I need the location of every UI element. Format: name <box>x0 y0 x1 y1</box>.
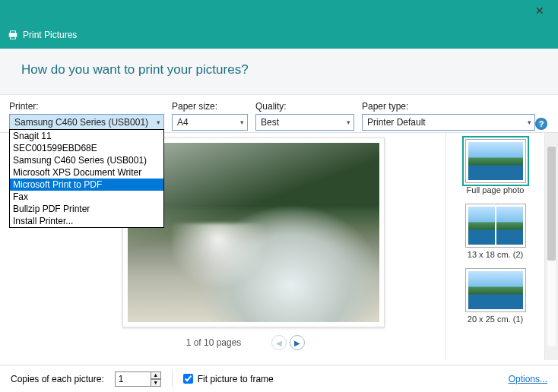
quality-label: Quality: <box>255 101 354 112</box>
printer-option[interactable]: Snagit 11 <box>10 130 163 142</box>
prompt-heading: How do you want to print your pictures? <box>0 49 558 95</box>
chevron-down-icon: ▾ <box>528 119 531 126</box>
printer-icon <box>8 30 18 40</box>
paper-size-combo[interactable]: A4 ▾ <box>172 114 248 131</box>
layout-label: Full page photo <box>467 185 525 194</box>
titlebar: ✕ <box>0 0 558 21</box>
fit-label-text: Fit picture to frame <box>198 374 274 384</box>
printer-option[interactable]: Install Printer... <box>10 215 163 227</box>
divider <box>172 371 173 387</box>
layout-label: 20 x 25 cm. (1) <box>468 315 523 324</box>
paper-size-label: Paper size: <box>172 101 248 112</box>
quality-value: Best <box>261 117 279 128</box>
layout-thumb <box>465 139 526 183</box>
layout-label: 13 x 18 cm. (2) <box>468 250 523 259</box>
copies-input[interactable] <box>115 371 151 387</box>
printer-option[interactable]: Fax <box>10 191 163 203</box>
layout-option[interactable]: Full page photo <box>465 139 526 194</box>
paper-type-combo[interactable]: Printer Default ▾ <box>362 114 535 131</box>
preview-photo <box>128 143 379 322</box>
printer-combo-value: Samsung C460 Series (USB001) <box>14 117 148 128</box>
printer-dropdown[interactable]: Snagit 11SEC001599EBD68ESamsung C460 Ser… <box>9 129 164 228</box>
printer-option[interactable]: Microsoft Print to PDF <box>10 179 163 191</box>
next-page-button[interactable]: ▶ <box>290 335 305 350</box>
layout-option[interactable]: 20 x 25 cm. (1) <box>465 268 526 324</box>
paper-type-label: Paper type: <box>362 101 535 112</box>
printer-combo[interactable]: Samsung C460 Series (USB001) ▾ <box>9 114 164 131</box>
layout-thumb <box>465 268 526 312</box>
copies-down[interactable]: ▼ <box>151 379 161 387</box>
paper-type-value: Printer Default <box>367 117 426 128</box>
copies-label: Copies of each picture: <box>11 374 104 384</box>
printer-option[interactable]: SEC001599EBD68E <box>10 142 163 154</box>
chevron-down-icon: ▾ <box>347 119 350 126</box>
printer-label: Printer: <box>9 101 164 112</box>
pager: 1 of 10 pages ◀ ▶ <box>186 335 306 350</box>
copies-up[interactable]: ▲ <box>151 371 161 379</box>
chevron-down-icon: ▾ <box>157 119 160 126</box>
help-icon[interactable]: ? <box>535 118 547 130</box>
fit-checkbox[interactable] <box>183 374 193 384</box>
scrollbar-thumb[interactable] <box>547 147 556 261</box>
copies-stepper: ▲ ▼ <box>115 371 161 387</box>
prev-page-button[interactable]: ◀ <box>271 335 287 350</box>
printer-option[interactable]: Bullzip PDF Printer <box>10 203 163 215</box>
chevron-down-icon: ▾ <box>240 119 244 126</box>
pager-text: 1 of 10 pages <box>186 337 242 348</box>
footer: Copies of each picture: ▲ ▼ Fit picture … <box>0 365 558 392</box>
paper-size-value: A4 <box>177 117 189 128</box>
close-button[interactable]: ✕ <box>531 2 549 20</box>
printer-option[interactable]: Samsung C460 Series (USB001) <box>10 154 163 166</box>
controls-row: Printer: Samsung C460 Series (USB001) ▾ … <box>0 95 558 132</box>
layout-thumb <box>465 204 526 248</box>
options-link[interactable]: Options... <box>509 374 547 384</box>
layout-option[interactable]: 13 x 18 cm. (2) <box>465 204 526 259</box>
printer-option[interactable]: Microsoft XPS Document Writer <box>10 166 163 179</box>
fit-checkbox-label[interactable]: Fit picture to frame <box>183 374 274 384</box>
quality-combo[interactable]: Best ▾ <box>255 114 354 131</box>
window-title: Print Pictures <box>23 30 77 40</box>
window-header: Print Pictures <box>0 21 558 49</box>
layouts-scrollbar[interactable] <box>544 133 558 360</box>
layouts-panel: Full page photo13 x 18 cm. (2)20 x 25 cm… <box>445 133 544 360</box>
